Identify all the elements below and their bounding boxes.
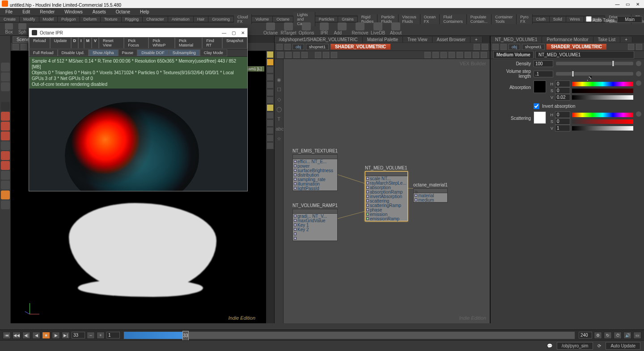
abs-s-input[interactable]: 0 xyxy=(555,87,570,94)
list-view-icon[interactable] xyxy=(285,52,292,58)
side-icon[interactable]: abc xyxy=(276,126,282,132)
select-tool-icon[interactable] xyxy=(1,102,10,111)
scattering-swatch[interactable] xyxy=(534,111,546,124)
ipr-findrt-button[interactable]: Find RT xyxy=(202,37,222,49)
ipr-pickwhitep-button[interactable]: Pick WhiteP xyxy=(148,37,175,49)
zoom-icon[interactable] xyxy=(473,52,479,58)
node-volume-ramp[interactable]: NT_VOLUME_RAMP1 gradi... NT_V... maxGrid… xyxy=(292,203,338,241)
tool-icon[interactable] xyxy=(1,190,10,199)
vp-btn-icon[interactable] xyxy=(267,119,274,127)
tl-realtime-icon[interactable]: ⏱ xyxy=(614,332,622,339)
shelf-tab[interactable]: Container Tools xyxy=(491,14,517,24)
val-slider[interactable] xyxy=(572,126,633,131)
breadcrumb-shopnet[interactable]: shopnet1 xyxy=(306,44,329,50)
shelf-tab[interactable]: Rigging xyxy=(122,17,143,22)
ipr-v-toggle[interactable]: V xyxy=(92,37,99,49)
ipr-minimize[interactable]: — xyxy=(222,30,226,35)
menu-file[interactable]: File xyxy=(3,8,15,15)
gear-icon[interactable] xyxy=(482,44,488,50)
shelf-tab[interactable]: Grooming xyxy=(208,17,234,22)
shelf-tab[interactable]: Texture xyxy=(101,17,122,22)
pin-icon[interactable] xyxy=(628,44,634,50)
ipr-titlebar[interactable]: Octane IPR — ▢ ✕ xyxy=(29,28,247,37)
search-icon[interactable] xyxy=(481,52,487,58)
ipr-window[interactable]: Octane IPR — ▢ ✕ Reload Update D I M V R… xyxy=(29,28,248,191)
sat-slider[interactable] xyxy=(572,89,633,93)
ipr-claymode-button[interactable]: Clay Mode xyxy=(200,49,227,56)
shelf-tab[interactable]: Character xyxy=(143,17,168,22)
nav-fwd-icon[interactable] xyxy=(21,44,27,50)
node-tab[interactable]: Material Palette xyxy=(363,37,403,42)
tool-icon[interactable] xyxy=(1,122,10,131)
shelf-tab[interactable]: Pyro FX xyxy=(517,14,533,24)
ipr-close[interactable]: ✕ xyxy=(241,30,245,35)
tool-icon[interactable] xyxy=(1,63,10,72)
auto-update-menu[interactable]: Auto Update xyxy=(606,342,640,350)
toolbar-icon[interactable] xyxy=(331,52,337,58)
node-emis-texture[interactable]: NT_EMIS_TEXTURE1 effici... NT_E... power… xyxy=(292,148,338,191)
tl-play-button[interactable]: ▶ xyxy=(52,332,60,339)
param-tab[interactable]: Take List xyxy=(593,37,620,42)
autotakes-checkbox[interactable]: Auto Takes xyxy=(586,16,615,23)
shelf-tab[interactable]: Volume xyxy=(252,17,273,22)
tl-loop-icon[interactable]: ↻ xyxy=(604,332,612,339)
menu-render[interactable]: Render xyxy=(37,8,57,15)
grid-view-icon[interactable] xyxy=(293,52,300,58)
invert-absorption-checkbox[interactable] xyxy=(534,103,539,109)
ipr-pause-button[interactable]: Pause xyxy=(118,49,138,56)
shelf-tab[interactable]: Polygon xyxy=(58,17,80,22)
close-button[interactable]: ✕ xyxy=(633,2,642,7)
playhead[interactable]: 33 xyxy=(182,331,189,341)
tool-icon[interactable] xyxy=(1,82,10,91)
start-frame-field[interactable]: 1 xyxy=(106,332,120,338)
vp-btn-icon[interactable] xyxy=(267,127,274,134)
ipr-m-toggle[interactable]: M xyxy=(84,37,92,49)
ipr-update-button[interactable]: Update xyxy=(50,37,71,49)
vp-btn-icon[interactable] xyxy=(267,104,274,111)
vp-btn-icon[interactable] xyxy=(267,74,274,81)
tl-stop-button[interactable]: ■ xyxy=(42,332,50,339)
param-tab[interactable]: NT_MED_VOLUME1 xyxy=(491,37,542,42)
tool-icon[interactable] xyxy=(1,112,10,121)
node-octane-material[interactable]: octane_material1 % material medium xyxy=(413,182,448,203)
ipr-maximize[interactable]: ▢ xyxy=(232,30,236,35)
sat-slider[interactable] xyxy=(572,119,633,124)
vp-btn-icon[interactable] xyxy=(267,112,274,119)
step-slider[interactable] xyxy=(556,72,633,76)
vp-btn-icon[interactable] xyxy=(267,97,274,104)
shelf-tool-box[interactable]: Box xyxy=(3,23,15,34)
breadcrumb-shader[interactable]: SHADER_VOLUMETRIC xyxy=(547,44,606,50)
nav-back-icon[interactable] xyxy=(13,44,19,50)
layout-icon[interactable] xyxy=(424,52,431,58)
scat-v-input[interactable]: 1 xyxy=(555,125,570,131)
gear-icon[interactable] xyxy=(636,111,641,117)
hue-slider[interactable] xyxy=(572,113,633,117)
tool-icon[interactable] xyxy=(1,131,10,140)
shelf-tab[interactable]: Model xyxy=(39,17,58,22)
param-tab[interactable]: Performance Monitor xyxy=(542,37,593,42)
tl-playback-button[interactable]: ◀ xyxy=(32,332,40,339)
layout-icon[interactable] xyxy=(449,52,455,58)
gear-icon[interactable] xyxy=(636,44,642,50)
side-icon[interactable]: ☐ xyxy=(276,87,282,93)
node-med-volume[interactable]: NT_MED_VOLUME1 scale NT... rayMarchStepL… xyxy=(365,165,408,221)
current-frame-field[interactable]: 33 xyxy=(72,332,85,338)
ipr-resetview-button[interactable]: Reset View xyxy=(99,37,124,49)
tl-stepfwd-button[interactable]: ▶| xyxy=(62,332,70,339)
add-tab-button[interactable]: + xyxy=(620,37,632,42)
tool-icon[interactable] xyxy=(1,151,10,160)
nav-fwd-icon[interactable] xyxy=(500,44,507,50)
side-icon[interactable]: ◯ xyxy=(276,106,282,113)
scat-h-input[interactable]: 0 xyxy=(555,111,570,118)
toolbar-icon[interactable] xyxy=(323,52,329,58)
list-view-icon[interactable] xyxy=(277,52,284,58)
node-canvas[interactable]: VEX Builder Indie Edition ◉ ☐ ◇ ◯ T abc … xyxy=(275,59,490,323)
density-slider[interactable] xyxy=(556,62,633,65)
ipr-snapshot-button[interactable]: Snapshot xyxy=(222,37,247,49)
menu-octane[interactable]: Octane xyxy=(113,8,133,15)
hue-slider[interactable] xyxy=(572,82,633,86)
tl-audio-icon[interactable]: 🔊 xyxy=(623,332,631,339)
vp-btn-icon[interactable] xyxy=(267,66,274,73)
menu-assets[interactable]: Assets xyxy=(90,8,109,15)
timeline-track[interactable]: 33 1 24 33 48 72 96 120 144 168 192 216 xyxy=(123,331,575,339)
